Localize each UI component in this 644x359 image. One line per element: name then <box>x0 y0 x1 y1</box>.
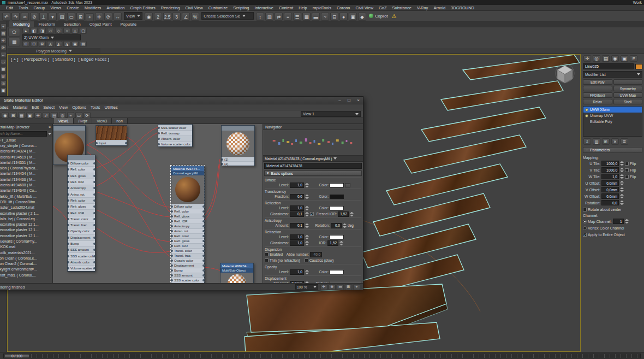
output-socket[interactable] <box>93 181 95 183</box>
input-socket[interactable] <box>171 250 173 252</box>
output-socket[interactable] <box>93 267 95 269</box>
output-socket[interactable] <box>93 249 95 251</box>
time-slider[interactable]: 0 / 100 <box>4 354 29 358</box>
rotate-icon[interactable]: ⟳ <box>1 45 7 51</box>
percent-snap-icon[interactable]: % <box>191 13 199 21</box>
flip-checkbox[interactable] <box>625 168 629 172</box>
output-socket[interactable] <box>202 205 204 208</box>
ribbon-tool-icon[interactable]: △ <box>71 28 79 34</box>
node-slot[interactable]: SSS amount <box>171 273 204 278</box>
modifier-button[interactable]: Symmetry <box>613 86 643 91</box>
vertex-color-radio[interactable] <box>583 226 587 230</box>
menu-item[interactable]: Tools <box>16 5 31 10</box>
zoom-extents-icon[interactable]: ⊞ <box>345 284 352 290</box>
ribbon-tool-icon[interactable]: ▸ <box>22 28 29 34</box>
input-socket[interactable] <box>68 175 69 177</box>
node-slot[interactable]: Opacity color <box>171 258 204 263</box>
material-list-item[interactable]: Draft_mat1 ( CoronaL... <box>0 272 52 278</box>
spinner[interactable] <box>620 193 624 199</box>
node-slot[interactable]: Refl. color <box>171 209 204 214</box>
me-move-icon[interactable]: ✛ <box>34 112 41 119</box>
node-title[interactable]: Material #68234... <box>220 263 253 268</box>
ribbon-tab[interactable]: Modeling <box>9 21 34 27</box>
ribbon-polygon-icon[interactable]: ⬠ <box>8 28 20 37</box>
menu-item[interactable]: rapidTools <box>310 5 334 10</box>
material-list-item[interactable]: Steklo_lift ( Multi/Sub-... <box>0 193 52 199</box>
material-list-item[interactable]: MKOK.mat <box>0 244 52 250</box>
modifier-button[interactable]: FFD(box) <box>583 92 612 98</box>
stair-step[interactable] <box>373 193 490 236</box>
create-tab[interactable]: ✛ <box>583 55 591 62</box>
navigator-map[interactable] <box>263 130 363 156</box>
output-socket[interactable] <box>202 264 204 267</box>
input-socket[interactable] <box>68 205 69 208</box>
node-slot[interactable]: Refr. color <box>68 197 95 203</box>
modifier-enable-bulb-icon[interactable] <box>585 114 588 117</box>
motion-tab[interactable]: ◉ <box>611 55 619 62</box>
parameters-rollout[interactable]: −Parameters <box>583 147 642 153</box>
multi-material-preview-node[interactable]: (1)(2) <box>221 125 255 166</box>
window-button[interactable]: × <box>354 97 363 104</box>
pivot-icon[interactable]: ◎ <box>1 80 7 86</box>
material-list-item[interactable]: budik_materials2021... <box>0 250 52 255</box>
snap-25d-icon[interactable]: 2.5 <box>163 13 171 21</box>
select-by-name-icon[interactable]: ▤ <box>1 31 7 37</box>
node-title[interactable]: Material #21474... <box>171 166 204 171</box>
spinner[interactable] <box>620 187 624 192</box>
node-slot[interactable]: Bump <box>68 240 95 246</box>
select-object-icon[interactable]: ⌖ <box>86 13 94 21</box>
input-socket[interactable] <box>68 212 69 214</box>
mirror-icon[interactable]: ⇄ <box>275 13 283 21</box>
output-socket[interactable] <box>93 193 95 196</box>
node-slot[interactable]: Refl. color <box>68 166 95 172</box>
node-slot[interactable]: Refr. IOR <box>68 209 95 215</box>
node-slot[interactable]: Displacement <box>68 234 95 240</box>
menu-item[interactable]: Scripting <box>230 5 252 10</box>
output-socket[interactable] <box>202 250 204 252</box>
input-socket[interactable] <box>68 199 69 202</box>
menu-item[interactable]: Customize <box>206 5 230 10</box>
output-socket[interactable] <box>202 279 204 281</box>
diffuse-map-button[interactable] <box>345 183 350 187</box>
refraction-glossiness-field[interactable]: 1,0 <box>290 240 304 246</box>
move-icon[interactable]: ✛ <box>1 38 7 44</box>
utilities-tab[interactable]: # <box>630 55 637 62</box>
material-list-item[interactable]: Iron Clean2 ( CoronaL... <box>0 261 52 267</box>
multi-sub-object-node[interactable]: Material #68234... Multi/Sub-Object <box>220 263 254 283</box>
output-socket[interactable] <box>202 215 204 217</box>
input-socket[interactable] <box>171 205 173 208</box>
ribbon-tool-icon[interactable]: ◭ <box>55 41 62 47</box>
input-socket[interactable] <box>171 235 173 237</box>
output-socket[interactable] <box>93 237 95 239</box>
input-socket[interactable] <box>171 274 173 276</box>
node-slot[interactable]: (1) <box>222 157 254 161</box>
material-list-item[interactable]: bluewalls ( CoronaPhy... <box>0 238 52 244</box>
show-end-result-icon[interactable]: ▥ <box>593 138 600 145</box>
copilot-button[interactable]: Copilot <box>369 14 387 19</box>
remove-modifier-icon[interactable]: ✕ <box>611 138 619 145</box>
ribbon-tool-icon[interactable]: ◮ <box>63 41 70 47</box>
material-editor-titlebar[interactable]: Slate Material Editor –□× <box>0 97 363 104</box>
rect-region-icon[interactable]: ▭ <box>67 13 75 21</box>
node-slot[interactable]: Refr. gloss <box>171 238 204 243</box>
texture-node[interactable]: Input <box>96 125 127 146</box>
abbe-field[interactable]: 40,0 <box>310 252 322 257</box>
node-title[interactable] <box>53 126 85 131</box>
view-tab[interactable]: View3 <box>92 118 112 123</box>
output-socket[interactable] <box>202 210 204 213</box>
node-slot[interactable]: Absorb. color <box>171 283 204 283</box>
material-list-item[interactable]: Bolon ( CoronaPhysica... <box>0 165 52 170</box>
input-socket[interactable] <box>171 225 173 227</box>
output-socket[interactable] <box>93 212 95 214</box>
node-slot[interactable]: SSS scatter color <box>158 125 192 130</box>
spinner[interactable] <box>343 223 347 228</box>
named-selection-set-dropdown[interactable]: Create Selection Se <box>201 12 254 20</box>
output-socket[interactable] <box>93 218 95 220</box>
node-view[interactable]: Input SSS scatter colorRefl. texmapAbsor… <box>53 124 263 283</box>
stair-step[interactable] <box>386 164 508 205</box>
node-slot[interactable]: Aniso. rot. <box>68 191 95 197</box>
undo-icon[interactable]: ↶ <box>2 13 10 21</box>
input-socket[interactable] <box>171 230 173 232</box>
material-editor-icon[interactable]: ● <box>339 13 348 21</box>
select-move-icon[interactable]: ✛ <box>95 13 103 21</box>
